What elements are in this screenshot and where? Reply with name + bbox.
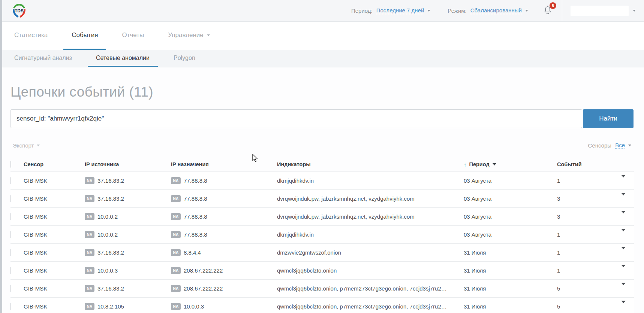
tds-app-window: TDS Период: Последние 7 дней Режим: Сбал… [0,0,644,313]
expand-row-icon[interactable] [621,211,626,220]
mode-control: Режим: Сбалансированный [448,7,528,14]
row-checkbox[interactable] [10,213,11,220]
column-header-period-sort[interactable]: ↑ Период [464,161,557,168]
row-checkbox[interactable] [10,285,11,292]
period-cell: 31 Июля [464,303,557,310]
search-button[interactable]: Найти [583,109,634,128]
chevron-down-icon[interactable] [525,10,528,12]
column-header-sensor: Сенсор [24,161,85,167]
chevron-down-icon[interactable] [427,10,430,12]
period-cell: 31 Июля [464,249,557,256]
sub-nav-tab-label: Polygon [174,55,195,61]
nav-tab-0[interactable]: Статистика [6,22,56,50]
sub-nav-tab-0[interactable]: Сигнатурный анализ [6,50,80,67]
sub-nav: Сигнатурный анализСетевые аномалииPolygo… [0,50,644,67]
events-count-cell: 1 [557,249,615,256]
period-value-dropdown[interactable]: Последние 7 дней [376,7,424,14]
indicators-cell: dvrqwoijnduk.pw, jabzrksmnhqz.net, vzydg… [277,213,464,220]
events-count-cell: 5 [557,303,615,310]
src-ip-value: 10.8.2.105 [97,303,124,310]
nav-tab-label: Отчеты [122,31,144,39]
tds-logo-icon: TDS [11,3,27,19]
search-input[interactable] [10,109,582,128]
na-badge: NA [85,213,94,220]
nav-tab-3[interactable]: Управление [160,22,218,50]
sensor-cell: GIB-MSK [24,267,85,274]
na-badge: NA [171,249,181,256]
sub-nav-tab-1[interactable]: Сетевые аномалии [88,50,158,67]
events-count-cell: 1 [557,267,615,274]
dst-ip-value: 208.67.222.222 [184,285,223,292]
table-row[interactable]: GIB-MSKNA10.8.2.105NA10.0.0.3qwmcl3jqq6b… [10,297,634,313]
expand-row-icon[interactable] [621,193,626,202]
row-checkbox[interactable] [10,249,11,256]
user-menu[interactable] [571,6,629,16]
na-badge: NA [85,231,94,238]
dst-ip-cell: NA77.88.8.8 [171,231,277,238]
src-ip-value: 37.16.83.2 [97,285,124,292]
period-cell: 03 Августа [464,177,557,184]
src-ip-cell: NA37.16.83.2 [85,177,171,184]
table-row[interactable]: GIB-MSKNA37.16.83.2NA77.88.8.8dkmjqdihkd… [10,171,634,189]
row-checkbox[interactable] [10,177,11,184]
header-divider [562,0,562,21]
select-all-checkbox[interactable] [10,161,11,168]
period-cell: 03 Августа [464,231,557,238]
nav-tab-2[interactable]: Отчеты [114,22,152,50]
expand-row-icon[interactable] [621,175,626,184]
indicators-cell: dvrqwoijnduk.pw, jabzrksmnhqz.net, vzydg… [277,195,464,202]
expand-row-icon[interactable] [621,283,626,292]
sensor-cell: GIB-MSK [24,285,85,292]
table-row[interactable]: GIB-MSKNA37.16.83.2NA208.67.222.222qwmcl… [10,279,634,297]
sub-nav-tab-2[interactable]: Polygon [165,50,204,67]
dst-ip-value: 10.0.0.3 [184,303,204,310]
sensor-cell: GIB-MSK [24,231,85,238]
src-ip-value: 37.16.83.2 [97,195,124,202]
na-badge: NA [85,195,94,202]
sub-nav-tab-label: Сетевые аномалии [96,55,150,61]
src-ip-value: 10.0.0.2 [97,213,118,220]
src-ip-cell: NA37.16.83.2 [85,195,171,202]
na-badge: NA [171,213,181,220]
na-badge: NA [171,303,181,310]
indicators-cell: dmzwvie2gmtwszof.onion [277,249,464,256]
main-content: Цепочки событий (11) Найти Экспорт Сенсо… [0,83,644,313]
mode-value-dropdown[interactable]: Сбалансированный [470,7,522,14]
events-count-cell: 5 [557,285,615,292]
nav-tab-1[interactable]: События [63,22,106,50]
dst-ip-value: 208.67.222.222 [184,267,223,274]
expand-row-icon[interactable] [621,229,626,238]
sensor-cell: GIB-MSK [24,177,85,184]
main-nav: СтатистикаСобытияОтчетыУправление [0,22,644,50]
expand-row-icon[interactable] [621,265,626,274]
period-cell: 31 Июля [464,285,557,292]
notifications-button[interactable]: 5 [543,5,552,16]
table-row[interactable]: GIB-MSKNA10.0.0.2NA77.88.8.8dvrqwoijnduk… [10,207,634,225]
na-badge: NA [171,177,181,184]
chevron-down-icon[interactable] [628,145,631,146]
column-header-src-ip: IP источника [85,161,171,167]
table-row[interactable]: GIB-MSKNA10.0.0.2NA77.88.8.8dkmjqdihkdv.… [10,225,634,243]
nav-tab-label: События [72,31,98,39]
table-row[interactable]: GIB-MSKNA10.0.0.3NA208.67.222.222qwmcl3j… [10,261,634,279]
tds-logo[interactable]: TDS [11,3,27,19]
top-header: TDS Период: Последние 7 дней Режим: Сбал… [0,0,644,22]
left-scrollbar[interactable] [0,0,2,313]
row-checkbox[interactable] [10,267,11,274]
expand-row-icon[interactable] [621,247,626,256]
expand-row-icon[interactable] [621,301,626,310]
table-row[interactable]: GIB-MSKNA37.16.83.2NA77.88.8.8dvrqwoijnd… [10,189,634,207]
indicators-cell: qwmcl3jqq6bclzto.onion, p7mem273ct7g3ego… [277,285,464,292]
events-count-cell: 3 [557,213,615,220]
table-row[interactable]: GIB-MSKNA37.16.83.2NA8.8.4.4dmzwvie2gmtw… [10,243,634,261]
row-checkbox[interactable] [10,231,11,238]
na-badge: NA [85,267,94,274]
row-checkbox[interactable] [10,195,11,202]
row-checkbox[interactable] [10,303,11,310]
sensors-value-dropdown[interactable]: Все [615,142,625,149]
period-cell: 03 Августа [464,195,557,202]
export-dropdown[interactable]: Экспорт [13,142,40,149]
chevron-down-icon[interactable] [633,10,636,12]
sensors-filter: Сенсоры Все [588,142,631,149]
sort-ascending-icon: ↑ [464,161,467,168]
